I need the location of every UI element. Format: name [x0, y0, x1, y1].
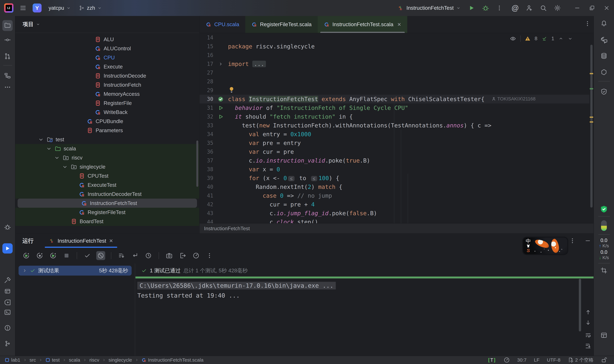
ime-logo[interactable]: S: [527, 248, 530, 253]
breadcrumb-item-lab1[interactable]: lab1: [4, 357, 20, 363]
toolbar-more-button[interactable]: [205, 251, 214, 260]
breadcrumb-item-test[interactable]: test: [45, 357, 60, 363]
window-layout-icon[interactable]: [600, 332, 607, 339]
project-toolwindow-button[interactable]: [2, 20, 13, 31]
project-switcher[interactable]: yatcpu: [48, 5, 72, 11]
run-panel-options-icon[interactable]: [569, 238, 576, 244]
rerun-button[interactable]: [22, 251, 31, 260]
line-number[interactable]: 40: [199, 184, 213, 190]
next-occurrence-icon[interactable]: [585, 319, 591, 326]
file-lock-icon[interactable]: [601, 357, 607, 363]
ok-count[interactable]: 1: [551, 36, 554, 41]
dependencies-toolwindow-button[interactable]: [600, 69, 607, 76]
ime-mode-indicator[interactable]: 中: [526, 238, 531, 244]
line-number[interactable]: 27: [199, 70, 213, 76]
profile-button[interactable]: [192, 251, 200, 260]
scroll-to-end-icon[interactable]: [585, 343, 591, 349]
memory-gauge-icon[interactable]: [503, 357, 510, 363]
line-number[interactable]: 30: [199, 96, 213, 102]
security-shield-icon[interactable]: [600, 88, 607, 95]
soft-wrap-icon[interactable]: [585, 332, 591, 339]
profiler-toolwindow-button[interactable]: [4, 299, 11, 306]
stop-button[interactable]: [62, 251, 71, 260]
structure-toolwindow-button[interactable]: [4, 72, 11, 79]
line-number[interactable]: 42: [199, 201, 213, 208]
test-history-button[interactable]: [144, 251, 153, 260]
tree-item-BoardTest[interactable]: BoardTest: [15, 217, 199, 226]
project-panel-header[interactable]: 项目: [15, 16, 199, 33]
type-aware-highlighting-badge[interactable]: [T]: [487, 357, 496, 363]
tree-item-CPUBundle[interactable]: CPUBundle: [15, 117, 199, 126]
tab-close-icon[interactable]: ✕: [397, 22, 401, 27]
line-number[interactable]: 17: [199, 61, 213, 67]
tree-item-InstructionDecoderTest[interactable]: InstructionDecoderTest: [15, 190, 199, 199]
settings-gear-icon[interactable]: [554, 4, 561, 12]
run-toolwindow-button[interactable]: [2, 243, 13, 254]
project-avatar[interactable]: Y: [33, 3, 42, 13]
tree-item-ALU[interactable]: ALU: [15, 35, 199, 44]
search-everywhere-icon[interactable]: [540, 4, 547, 12]
breadcrumb-item-InstructionFetchTest.scala[interactable]: InstructionFetchTest.scala: [141, 357, 204, 363]
run-tab-instructionfetchtest[interactable]: InstructionFetchTest ✕: [45, 234, 117, 248]
tab-registerfiletest-scala[interactable]: RegisterFileTest.scala: [245, 16, 318, 33]
line-number[interactable]: 16: [199, 52, 213, 58]
breadcrumb-item-riscv[interactable]: riscv: [89, 357, 99, 363]
tree-item-InstructionFetch[interactable]: InstructionFetch: [15, 80, 199, 89]
database-toolwindow-button[interactable]: [600, 52, 607, 59]
window-restore-button[interactable]: [585, 0, 599, 16]
tree-expander-icon[interactable]: [62, 164, 68, 170]
code-editor[interactable]: 1415package riscv.singlecycle1617import …: [199, 33, 589, 223]
tree-item-ExecuteTest[interactable]: ExecuteTest: [15, 180, 199, 190]
reader-mode-eye-icon[interactable]: [510, 35, 516, 42]
protected-status-icon[interactable]: [600, 205, 608, 213]
import-tests-button[interactable]: [178, 251, 187, 260]
pull-requests-toolwindow-button[interactable]: [4, 53, 11, 60]
line-number[interactable]: 35: [199, 140, 213, 146]
tree-item-InstructionDecode[interactable]: InstructionDecode: [15, 71, 199, 80]
problems-toolwindow-button[interactable]: [4, 325, 11, 331]
code-with-me-icon[interactable]: [526, 4, 533, 12]
run-gutter[interactable]: [213, 96, 228, 102]
line-number[interactable]: 33: [199, 122, 213, 129]
tree-item-singlecycle[interactable]: singlecycle: [15, 162, 199, 171]
tree-item-Execute[interactable]: Execute: [15, 62, 199, 71]
editor-error-stripe[interactable]: [589, 33, 594, 223]
collapse-all-button[interactable]: [130, 251, 140, 260]
tree-item-test[interactable]: test: [15, 135, 199, 144]
warning-stripe-mark[interactable]: [590, 121, 593, 123]
line-number[interactable]: 32: [199, 114, 213, 120]
branch-switcher[interactable]: zzh: [78, 5, 103, 11]
line-separator[interactable]: LF: [534, 357, 540, 363]
window-close-button[interactable]: [599, 0, 614, 16]
line-number[interactable]: 36: [199, 149, 213, 155]
warning-stripe-mark[interactable]: [590, 117, 593, 118]
line-number[interactable]: 15: [199, 43, 213, 50]
tree-item-RegisterFileTest[interactable]: RegisterFileTest: [15, 208, 199, 217]
inspections-widget[interactable]: 8 1: [510, 35, 573, 42]
screenshot-crop-icon[interactable]: [600, 267, 607, 274]
hide-toolwindow-icon[interactable]: [585, 238, 591, 244]
line-number[interactable]: 28: [199, 78, 213, 85]
tree-expander-icon[interactable]: [54, 155, 60, 161]
prev-problem-icon[interactable]: [558, 36, 563, 41]
tree-item-CPUTest[interactable]: CPUTest: [15, 171, 199, 180]
line-number[interactable]: 34: [199, 131, 213, 137]
debug-toolwindow-button[interactable]: [4, 223, 11, 231]
notifications-bell-icon[interactable]: [600, 19, 607, 26]
info-stripe-mark[interactable]: [590, 88, 593, 89]
rerun-failed-button[interactable]: [35, 251, 44, 260]
run-gutter[interactable]: [213, 105, 228, 111]
line-number[interactable]: 44: [199, 219, 213, 223]
tree-item-CPU[interactable]: CPU: [15, 53, 199, 62]
more-toolwindows-button[interactable]: [4, 84, 11, 91]
indent-setting[interactable]: 2 个空格: [568, 357, 594, 363]
ime-skin-icon[interactable]: [526, 244, 530, 248]
rerun-auto-button[interactable]: [49, 251, 57, 260]
main-menu-icon[interactable]: [19, 4, 27, 12]
line-number[interactable]: 43: [199, 210, 213, 216]
show-passed-button[interactable]: [83, 251, 92, 260]
run-tab-close-icon[interactable]: ✕: [109, 238, 113, 244]
snapshot-button[interactable]: [165, 251, 174, 260]
warning-stripe-mark[interactable]: [590, 73, 593, 74]
fold-region[interactable]: [213, 62, 228, 66]
